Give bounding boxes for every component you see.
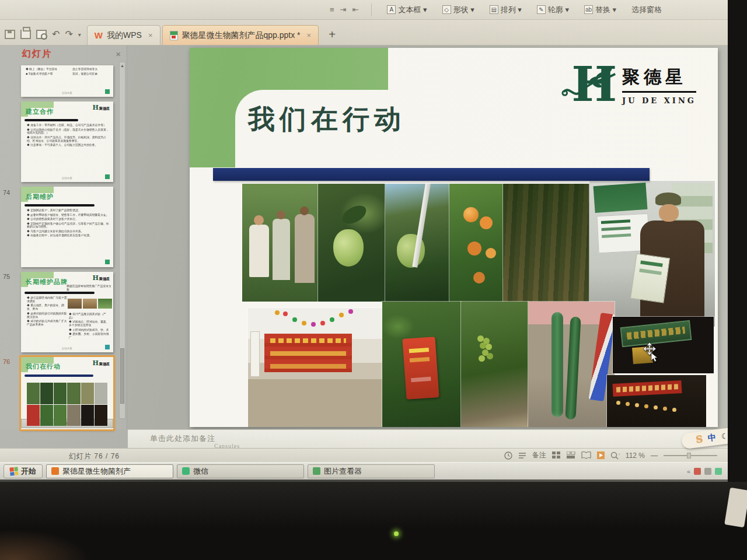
thumb-mini-photos (68, 299, 112, 309)
scrollbar-thumb[interactable] (120, 348, 124, 404)
sidebar-scrollbar[interactable]: ▲ (119, 62, 125, 419)
close-tab-icon[interactable]: × (307, 31, 312, 40)
system-tray: « (687, 468, 724, 475)
black-bar (25, 292, 95, 294)
zoom-icon[interactable] (610, 452, 620, 460)
logo-monogram-icon: H (561, 57, 617, 113)
align-lines-icon[interactable]: ≡ (330, 5, 334, 14)
mini-photo (68, 299, 82, 309)
photo-orange-fruits-tree[interactable] (449, 184, 503, 302)
close-panel-icon[interactable]: × (116, 49, 121, 59)
notes-toggle[interactable]: 备注 (532, 450, 546, 460)
company-logo[interactable]: H 聚德星 JU DE XING (561, 54, 707, 117)
ime-language-indicator[interactable]: 中 (707, 432, 717, 444)
tray-chevron-icon[interactable]: « (687, 468, 690, 475)
slide-thumbnail-74[interactable]: 后期维护 ◆ 定期回访客户，及时了解产品销售情况。◆ 必要时帮助客户做宣传、销售… (21, 187, 113, 267)
save-icon[interactable] (5, 30, 15, 39)
line-spacing-icon[interactable]: ⇤ (352, 5, 359, 14)
ime-s-icon: S (695, 433, 703, 445)
thumb-text: ◆ 定期回访客户，及时了解产品销售情况。◆ 必要时帮助客户做宣传、销售等工作，尽… (27, 209, 109, 239)
green-accent-square (105, 89, 110, 94)
photo-meeting-room-banner[interactable] (248, 308, 382, 427)
indent-icon[interactable]: ⇥ (340, 5, 347, 14)
notes-placeholder[interactable]: 单击此处添加备注 (150, 433, 215, 444)
ribbon-button-shapes[interactable]: ◇形状 ▾ (442, 5, 474, 15)
zoom-slider-thumb[interactable] (687, 453, 691, 459)
tray-gray-icon[interactable] (704, 468, 711, 475)
slide-title[interactable]: 我们在行动 (248, 102, 406, 138)
redo-icon[interactable]: ↷ (65, 30, 72, 39)
tab-document[interactable]: 聚德星微生物菌剂产品qpp.pptx * × (162, 25, 319, 45)
slideshow-icon[interactable] (597, 452, 605, 459)
zoom-percent[interactable]: 112 % (626, 452, 645, 460)
replace-icon: ab (584, 5, 593, 14)
normal-view-icon[interactable] (552, 452, 561, 459)
tray-wps-icon[interactable] (694, 468, 701, 475)
slide-thumbnail-76-selected[interactable]: 我们在行动 H聚德星 (21, 357, 113, 429)
tray-green-icon[interactable] (715, 468, 722, 475)
windows-logo-icon (9, 467, 18, 475)
navy-bar (25, 374, 93, 377)
new-tab-button[interactable]: + (329, 28, 336, 41)
notes-pane[interactable]: 单击此处添加备注 Capsules (128, 429, 728, 448)
photo-grape-cluster[interactable] (461, 302, 528, 427)
monitor-photo-background: ≡ ⇥ ⇤ A文本框 ▾ ◇形状 ▾ ▤排列 ▾ ✎轮廓 ▾ ab替换 ▾ 选择… (0, 0, 747, 560)
print-icon[interactable] (20, 30, 31, 39)
zoom-slider[interactable] (664, 455, 717, 456)
green-accent-square (105, 174, 110, 179)
navy-divider-bar[interactable] (213, 168, 650, 181)
ribbon-separator (371, 4, 372, 16)
photo-red-fertilizer-bag[interactable] (382, 302, 461, 427)
taskbar: 开始 聚德星微生物菌剂产 微信 图片查看器 « (0, 462, 728, 480)
taskbar-app-image-viewer[interactable]: 图片查看器 (308, 464, 435, 478)
photo-pear-with-pipe[interactable] (385, 184, 449, 302)
slide-thumbnail-73[interactable]: 建立合作 H聚德星 ◆ 准备工作：带齐材料（包装、样品、公司与产品有关证件等）◆… (21, 102, 113, 182)
shapes-icon: ◇ (442, 5, 451, 14)
photo-dark-signboard[interactable] (613, 317, 714, 373)
taskbar-app-wps[interactable]: 聚德星微生物菌剂产 (46, 464, 173, 478)
thumb-text: ◆ 进行品牌区域内推广与客户需求调查◆ 重点地区、用户的宣传、调查、发布◆ 选择… (27, 296, 69, 327)
ribbon-button-textbox[interactable]: A文本框 ▾ (387, 5, 427, 15)
thumb-text: ◆ 设计产品展示牌及试验（产品）◆ 试验地点：区域划分、覆盖、多个乡镇示范带动◆… (69, 313, 111, 340)
quick-access-caret-icon[interactable]: ▾ (78, 32, 81, 38)
photo-luffa-harvest[interactable] (528, 302, 615, 427)
start-label: 开始 (21, 466, 36, 477)
photo-orchard-visit-group[interactable] (242, 184, 318, 302)
clock-icon (504, 452, 512, 460)
thumb-logo: H聚德星 (93, 359, 110, 367)
mini-photo (98, 299, 112, 309)
ribbon-button-arrange[interactable]: ▤排列 ▾ (490, 5, 522, 15)
print-preview-icon[interactable] (36, 30, 47, 39)
undo-icon[interactable]: ↶ (52, 30, 60, 39)
taskbar-app-wechat[interactable]: 微信 (177, 464, 304, 478)
tab-my-wps[interactable]: W 我的WPS × (87, 25, 160, 45)
slide-number: 74 (3, 189, 10, 196)
slide-number: 75 (3, 273, 10, 280)
zoom-out-button[interactable]: — (651, 452, 658, 460)
reading-view-icon[interactable] (581, 452, 591, 459)
slides-panel-header: 幻灯片 × (0, 46, 127, 62)
ribbon-button-selection-pane[interactable]: 选择窗格 (631, 5, 662, 15)
ribbon-button-replace[interactable]: ab替换 ▾ (584, 5, 616, 15)
tab-label: 我的WPS (107, 30, 142, 41)
photo-shopfront-red-banner[interactable] (607, 375, 706, 427)
slide-sorter-view-icon[interactable] (567, 452, 575, 459)
thumb-footer: 行动方案 (42, 177, 93, 180)
slide-thumbnail-75[interactable]: 长期维护品牌 H聚德星 聚德星品牌专项销售推广产品宣传方案 ◆ 进行品牌区域内推… (21, 272, 113, 352)
ime-moon-icon[interactable]: ☾ (721, 432, 728, 441)
ribbon-button-outline[interactable]: ✎轮廓 ▾ (537, 5, 569, 15)
start-button[interactable]: 开始 (4, 464, 43, 478)
slide-counter: 幻灯片 76 / 76 (69, 452, 120, 461)
quick-access-toolbar: ↶ ↷ ▾ (0, 30, 87, 45)
thumb-mini-collage (27, 383, 107, 426)
photo-vineyard-rows[interactable] (503, 184, 589, 302)
photo-pear-closeup[interactable] (318, 184, 385, 302)
scroll-up-icon[interactable]: ▲ (120, 64, 125, 68)
close-tab-icon[interactable]: × (148, 31, 153, 40)
slide-thumbnail-72[interactable]: ◆ 线上（微信）平台宣传◆ S创新式寻找客户等 禁止夸营诋毁或夸大宣词，有损公司… (21, 65, 113, 97)
thumb-text: 禁止夸营诋毁或夸大宣词，有损公司形象 (72, 68, 111, 76)
notes-lines-icon[interactable] (518, 452, 526, 459)
image-viewer-icon (313, 467, 320, 475)
status-bar: 幻灯片 76 / 76 备注 112 % — (0, 448, 728, 462)
slide-76[interactable]: 我们在行动 H 聚德星 (190, 48, 718, 427)
